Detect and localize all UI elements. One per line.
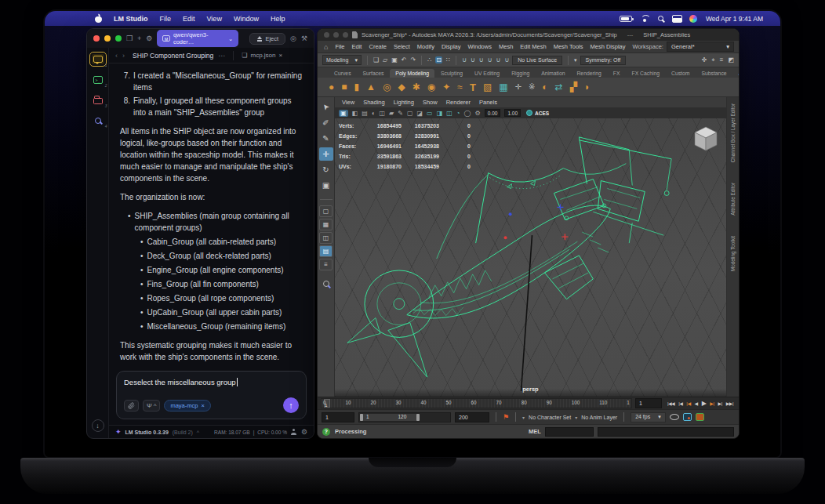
maya-menu-item[interactable]: Display: [442, 43, 461, 50]
menubar-item[interactable]: Window: [234, 15, 259, 23]
shelf-tab[interactable]: FX Caching: [627, 69, 666, 78]
paint-select-tool-icon[interactable]: ✎: [319, 132, 333, 145]
editor-toggle-icon[interactable]: ≡: [720, 56, 724, 63]
playback-button[interactable]: ▶|: [718, 401, 722, 406]
shelf-tool-icon[interactable]: ■: [341, 82, 347, 92]
sidebar-item-discover[interactable]: 4: [92, 115, 104, 125]
help-icon[interactable]: ?: [322, 428, 330, 436]
fps-dropdown[interactable]: 24 fps▾: [631, 412, 666, 422]
dropdown-arrow-icon[interactable]: ▾: [575, 415, 577, 420]
shelf-tab[interactable]: Curves: [329, 69, 357, 78]
maya-menu-item[interactable]: Edit: [352, 43, 362, 50]
viewport-toggle-icon[interactable]: ▣: [339, 110, 348, 117]
move-tool-icon[interactable]: ✛: [319, 147, 333, 161]
viewport-toggle-icon[interactable]: ◨: [437, 110, 443, 117]
editor-toggle-icon[interactable]: ✜: [702, 56, 707, 63]
tab-mcp-json[interactable]: ❏ mcp.json ×: [242, 52, 282, 59]
sidebar-item-models[interactable]: 3: [92, 95, 104, 105]
layout-shortcut-icon[interactable]: ▢: [319, 205, 333, 217]
viewport-toggle-icon[interactable]: ◫: [380, 110, 386, 117]
range-handle-left[interactable]: [360, 414, 363, 421]
anim-end-field[interactable]: 200: [455, 412, 489, 422]
shelf-tool-icon[interactable]: ✱: [412, 82, 420, 92]
maya-menu-item[interactable]: Mesh: [499, 43, 513, 50]
apple-menu-icon[interactable]: [95, 14, 102, 23]
shelf-tool-icon[interactable]: ▮: [354, 82, 360, 92]
plugins-button[interactable]: Ψ^: [143, 400, 160, 412]
shelf-tab[interactable]: Poly Modeling: [390, 69, 434, 78]
panel-menu-item[interactable]: Renderer: [446, 99, 471, 106]
snap-magnet-icon[interactable]: ∪: [471, 56, 475, 63]
lock-icon[interactable]: [739, 45, 740, 49]
mel-result-field[interactable]: [598, 427, 734, 437]
shelf-tab[interactable]: Rigging: [506, 69, 535, 78]
layout-shortcut-icon[interactable]: ≡: [319, 259, 333, 270]
camera-label[interactable]: persp: [522, 386, 538, 393]
anim-start-field[interactable]: 1: [322, 412, 354, 422]
set-key-icon[interactable]: ⚑: [503, 413, 509, 421]
viewport-toggle-icon[interactable]: ▢: [407, 110, 413, 117]
playback-button[interactable]: |◀: [678, 401, 682, 406]
shelf-tool-icon[interactable]: ▧: [483, 82, 492, 92]
scale-tool-icon[interactable]: ▣: [319, 179, 333, 192]
send-message-button[interactable]: ↑: [283, 397, 299, 413]
viewport-toggle-icon[interactable]: ◧: [352, 110, 358, 117]
editor-toggle-icon[interactable]: ⌖: [711, 56, 715, 64]
workspace-dropdown[interactable]: General*▾: [667, 42, 734, 52]
snap-magnet-icon[interactable]: ∪: [504, 56, 509, 63]
new-chat-button[interactable]: +: [137, 35, 141, 42]
anim-layer-selector[interactable]: No Anim Layer: [581, 415, 617, 420]
shelf-tool-icon[interactable]: ◐: [542, 82, 547, 92]
app-version[interactable]: LM Studio 0.3.39: [125, 430, 169, 435]
file-tool-icon[interactable]: ↷: [411, 56, 416, 63]
playback-options-icon[interactable]: [670, 414, 679, 420]
view-cube[interactable]: [692, 125, 719, 153]
control-center-icon[interactable]: [672, 15, 681, 23]
panel-menu-item[interactable]: View: [342, 99, 354, 106]
panel-menu-item[interactable]: Show: [423, 99, 438, 106]
viewport-toggle-icon[interactable]: ⚙: [475, 110, 481, 117]
viewport-toggle-icon[interactable]: ▤: [362, 110, 368, 117]
viewport-toggle-icon[interactable]: ◔: [456, 110, 460, 117]
viewport-canvas[interactable]: Verts:16854495163752030Edges:33803668328…: [335, 118, 726, 397]
snap-magnet-icon[interactable]: ∪: [488, 56, 492, 63]
shelf-tab[interactable]: Rendering: [571, 69, 606, 78]
minimize-window-button[interactable]: [104, 35, 111, 42]
mcp-plugin-pill[interactable]: maya-mcp×: [164, 400, 210, 412]
menubar-item[interactable]: Edit: [183, 15, 195, 23]
battery-icon[interactable]: [620, 16, 632, 22]
mel-label[interactable]: MEL: [529, 428, 541, 435]
dropdown-arrow-icon[interactable]: ▾: [522, 415, 525, 420]
shelf-tool-icon[interactable]: ▞: [570, 82, 577, 92]
menu-set-dropdown[interactable]: Modeling▾: [322, 55, 362, 65]
shelf-tab[interactable]: Animation: [536, 69, 570, 78]
shelf-tab[interactable]: FX: [608, 69, 626, 78]
maya-menu-item[interactable]: Create: [369, 43, 387, 50]
siri-icon[interactable]: [689, 15, 697, 23]
tab-options-icon[interactable]: ⋯: [218, 52, 225, 60]
rotate-tool-icon[interactable]: ↻: [319, 163, 333, 176]
shelf-tab[interactable]: Substance: [696, 69, 732, 78]
menubar-item[interactable]: View: [207, 15, 222, 23]
spotlight-search-icon[interactable]: [658, 16, 663, 21]
gamma-field[interactable]: 1.00: [504, 109, 521, 117]
playback-button[interactable]: ▶▶|: [726, 401, 733, 406]
auto-key-icon[interactable]: [683, 413, 692, 421]
shelf-tool-icon[interactable]: ◗: [584, 82, 590, 92]
shelf-tab[interactable]: Sculpting: [435, 69, 468, 78]
sidebar-item-chat[interactable]: 1: [92, 54, 104, 64]
user-icon[interactable]: [291, 429, 297, 435]
menubar-clock[interactable]: Wed Apr 1 9:41 AM: [706, 15, 763, 23]
shelf-tab[interactable]: UV Editing: [469, 69, 505, 78]
character-set-selector[interactable]: No Character Set: [529, 415, 571, 420]
mel-input-field[interactable]: [545, 427, 594, 437]
maya-menu-item[interactable]: Modify: [417, 43, 434, 50]
shelf-tab[interactable]: Surfaces: [358, 69, 390, 78]
shelf-tool-icon[interactable]: ⇄: [555, 82, 563, 92]
dock-tab[interactable]: Channel Box / Layer Editor: [730, 103, 736, 162]
anim-prefs-icon[interactable]: [696, 413, 704, 421]
close-tab-icon[interactable]: ×: [279, 52, 283, 59]
current-frame-field[interactable]: 1: [635, 398, 662, 408]
playback-button[interactable]: ◀: [695, 401, 698, 406]
shelf-tool-icon[interactable]: ✛: [515, 83, 522, 91]
